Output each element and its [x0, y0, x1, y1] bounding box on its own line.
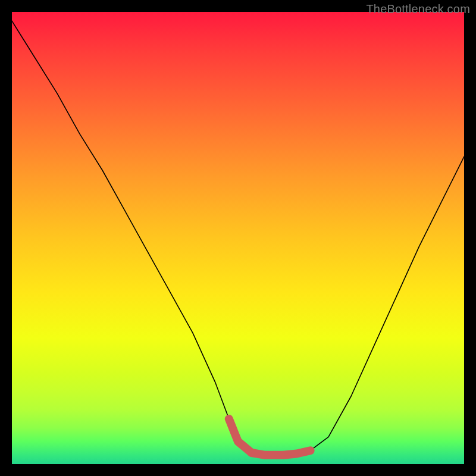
chart-svg	[12, 12, 464, 464]
watermark-text: TheBottleneck.com	[366, 2, 470, 16]
bottleneck-curve	[12, 21, 464, 455]
optimal-region-marker	[229, 419, 311, 455]
plot-area	[12, 12, 464, 464]
chart-frame: TheBottleneck.com	[0, 0, 476, 476]
